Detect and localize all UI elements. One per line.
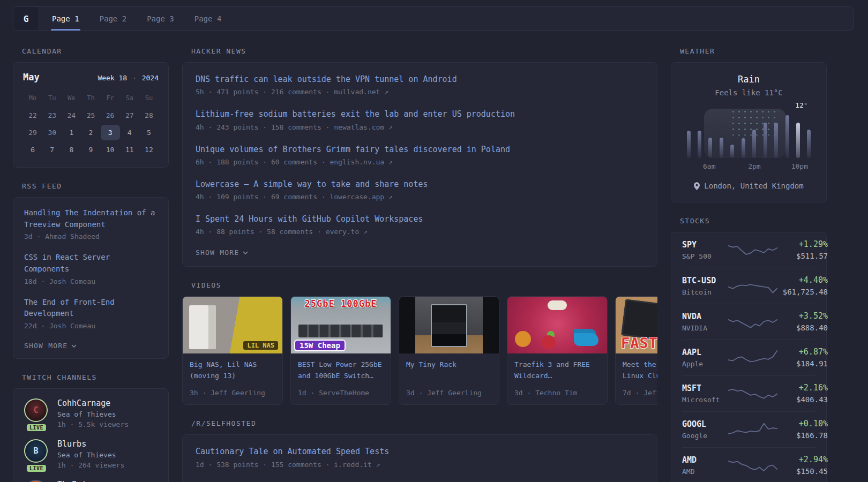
stock-price: $61,725.48 bbox=[777, 288, 828, 296]
video-card-body: Big NAS, Lil NAS (moving 13) 3h · Jeff G… bbox=[183, 353, 282, 404]
rss-section: RSS FEED Handling The Indentation of a T… bbox=[13, 182, 169, 359]
hackernews-section-title: HACKER NEWS bbox=[191, 47, 657, 55]
videos-section: VIDEOS LIL NAS Big NAS, Lil NAS (moving … bbox=[182, 281, 657, 405]
calendar-weekday: Su bbox=[139, 92, 159, 106]
weather-feels-like: Feels like 11°C bbox=[683, 88, 814, 97]
calendar-year: 2024 bbox=[142, 74, 159, 82]
twitch-channel-row[interactable]: B LIVE Blurbs Sea of Thieves 1h · 264 vi… bbox=[24, 439, 158, 469]
video-meta: 3h · Jeff Geerling bbox=[190, 389, 275, 397]
video-card[interactable]: 25GbE 100GbE 15W Cheap BEST Low Power 25… bbox=[290, 296, 391, 405]
video-title[interactable]: Traefik 3 and FREE Wildcard… bbox=[514, 359, 600, 384]
calendar-section-title: CALENDAR bbox=[22, 47, 169, 55]
hn-item: Lowercase – A simple way to take and sha… bbox=[196, 178, 644, 201]
stock-row[interactable]: AMD AMD +2.94% $150.45 bbox=[682, 447, 815, 482]
hackernews-section: HACKER NEWS DNS traffic can leak outside… bbox=[182, 47, 657, 267]
rss-item-link[interactable]: CSS in React Server Components bbox=[24, 252, 158, 275]
hn-item-link[interactable]: Unique volumes of Brothers Grimm fairy t… bbox=[196, 144, 510, 156]
stock-row[interactable]: BTC-USD Bitcoin +4.40% $61,725.48 bbox=[682, 268, 815, 304]
rss-item-link[interactable]: The End of Front-End Development bbox=[24, 297, 158, 320]
reddit-item-link[interactable]: Cautionary Tale on Automated Speed Tests bbox=[196, 446, 389, 458]
hn-item-link[interactable]: I Spent 24 Hours with GitHub Copilot Wor… bbox=[196, 213, 423, 225]
calendar-day: 10 bbox=[101, 142, 120, 157]
stock-change: +2.16% bbox=[777, 383, 828, 393]
stock-row[interactable]: SPY S&P 500 +1.29% $511.57 bbox=[682, 232, 815, 268]
stock-id: GOOGL Google bbox=[682, 419, 728, 440]
stock-sparkline bbox=[728, 348, 777, 368]
calendar-day: 8 bbox=[62, 142, 81, 157]
calendar-weekday: Sa bbox=[120, 92, 139, 106]
stock-row[interactable]: GOOGL Google +0.10% $166.78 bbox=[682, 411, 815, 447]
calendar-day: 30 bbox=[42, 125, 62, 140]
tab-page-1[interactable]: Page 1 bbox=[52, 7, 79, 31]
dashboard-page: G Page 1 Page 2 Page 3 Page 4 CALENDAR M… bbox=[0, 0, 868, 482]
video-thumbnail: 25GbE 100GbE 15W Cheap bbox=[291, 297, 391, 353]
stock-price: $166.78 bbox=[777, 431, 828, 440]
calendar-day: 2 bbox=[81, 125, 100, 140]
stock-row[interactable]: NVDA NVIDIA +3.52% $888.40 bbox=[682, 304, 815, 340]
avatar bbox=[24, 480, 48, 482]
weather-bar bbox=[698, 131, 701, 158]
stock-price: $511.57 bbox=[777, 252, 828, 260]
hackernews-widget: DNS traffic can leak outside the VPN tun… bbox=[182, 62, 657, 267]
hn-show-more-button[interactable]: SHOW MORE bbox=[196, 248, 248, 257]
stock-row[interactable]: MSFT Microsoft +2.16% $406.43 bbox=[682, 375, 815, 411]
hn-item: Unique volumes of Brothers Grimm fairy t… bbox=[196, 144, 644, 166]
twitch-channel-name: CohhCarnage bbox=[57, 398, 129, 408]
chevron-down-icon bbox=[71, 344, 77, 348]
twitch-channel-meta: 1h · 264 viewers bbox=[57, 461, 124, 469]
calendar-day: 5 bbox=[139, 125, 159, 140]
rss-item-link[interactable]: Handling The Indentation of a Treeview C… bbox=[24, 207, 158, 230]
calendar-weekday: Mo bbox=[23, 92, 42, 106]
hn-item-link[interactable]: DNS traffic can leak outside the VPN tun… bbox=[196, 73, 457, 86]
middle-column: HACKER NEWS DNS traffic can leak outside… bbox=[182, 47, 657, 482]
video-card[interactable]: FAST Meet the Linux Clu 7d · Jeff Geerli… bbox=[615, 296, 657, 405]
stock-price: $406.43 bbox=[777, 395, 828, 404]
stock-values: +2.16% $406.43 bbox=[777, 383, 828, 404]
stock-id: MSFT Microsoft bbox=[682, 383, 728, 404]
video-card[interactable]: Traefik 3 and FREE Wildcard… 3d · Techno… bbox=[507, 296, 608, 405]
twitch-channel-info: CohhCarnage Sea of Thieves 1h · 5.5k vie… bbox=[57, 398, 129, 428]
calendar-day: 3 bbox=[101, 125, 120, 140]
tab-page-2[interactable]: Page 2 bbox=[100, 7, 127, 31]
degree-symbol: ° bbox=[804, 101, 808, 109]
twitch-channel-game: Sea of Thieves bbox=[57, 451, 124, 459]
hn-item: I Spent 24 Hours with GitHub Copilot Wor… bbox=[196, 213, 644, 236]
twitch-channel-row[interactable]: ThePrimeagen bbox=[24, 480, 158, 482]
live-badge: LIVE bbox=[27, 424, 46, 431]
hn-item-link[interactable]: Lowercase – A simple way to take and sha… bbox=[196, 178, 428, 191]
stock-symbol: SPY bbox=[682, 240, 728, 250]
stock-sparkline bbox=[728, 240, 777, 260]
stock-name: Apple bbox=[682, 360, 728, 368]
video-card[interactable]: LIL NAS Big NAS, Lil NAS (moving 13) 3h … bbox=[182, 296, 283, 405]
calendar-day: 7 bbox=[42, 142, 62, 157]
weather-bar bbox=[752, 130, 756, 158]
stock-row[interactable]: AAPL Apple +6.87% $184.91 bbox=[682, 340, 815, 375]
video-card[interactable]: My Tiny Rack 3d · Jeff Geerling bbox=[399, 296, 499, 405]
stock-values: +6.87% $184.91 bbox=[777, 347, 828, 368]
stocks-section-title: STOCKS bbox=[680, 217, 827, 225]
twitch-avatar-wrap: C LIVE bbox=[24, 398, 49, 428]
stock-values: +4.40% $61,725.48 bbox=[777, 275, 828, 296]
video-title[interactable]: Meet the Linux Clu bbox=[623, 359, 657, 384]
current-temp-label: 12° bbox=[795, 101, 807, 109]
hn-item-meta: 4h · 243 points · 158 comments · newatla… bbox=[196, 123, 644, 131]
stock-change: +2.94% bbox=[777, 455, 828, 464]
stock-sparkline bbox=[728, 455, 777, 476]
tab-page-4[interactable]: Page 4 bbox=[194, 7, 222, 31]
twitch-avatar-wrap: B LIVE bbox=[24, 439, 49, 469]
twitch-channel-row[interactable]: C LIVE CohhCarnage Sea of Thieves 1h · 5… bbox=[24, 398, 158, 428]
video-title[interactable]: My Tiny Rack bbox=[406, 359, 492, 384]
axis-label: 10pm bbox=[791, 162, 808, 170]
stock-name: S&P 500 bbox=[682, 252, 728, 260]
rss-show-more-button[interactable]: SHOW MORE bbox=[24, 342, 77, 350]
hn-item-link[interactable]: Lithium-free sodium batteries exit the l… bbox=[196, 108, 515, 120]
calendar-weekday: Fr bbox=[101, 92, 120, 106]
video-title[interactable]: BEST Low Power 25GbE and 100GbE Switch… bbox=[298, 359, 384, 384]
tab-page-3[interactable]: Page 3 bbox=[147, 7, 174, 31]
stock-symbol: NVDA bbox=[682, 312, 728, 321]
stock-sparkline bbox=[728, 276, 777, 296]
video-title[interactable]: Big NAS, Lil NAS (moving 13) bbox=[190, 359, 275, 384]
calendar-day: 25 bbox=[81, 108, 100, 123]
stock-change: +3.52% bbox=[777, 311, 828, 321]
stock-id: AMD AMD bbox=[682, 455, 728, 476]
